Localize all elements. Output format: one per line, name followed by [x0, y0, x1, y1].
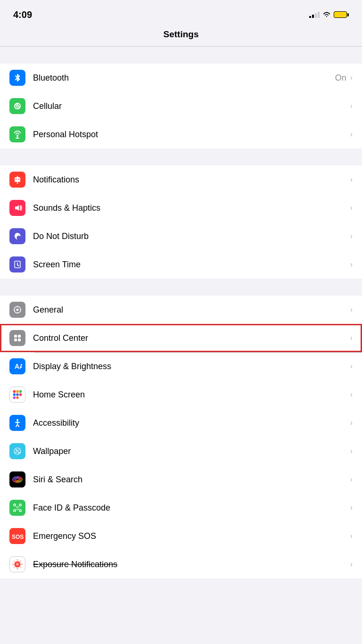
section-system2: General › Control Center › AA Display & … — [0, 296, 362, 578]
settings-row-general[interactable]: General › — [0, 296, 362, 324]
display-icon: AA — [9, 358, 25, 374]
bluetooth-label: Bluetooth — [33, 73, 335, 83]
faceid-chevron: › — [350, 504, 353, 512]
svg-point-7 — [17, 176, 18, 178]
svg-marker-11 — [15, 205, 19, 211]
svg-rect-6 — [15, 177, 20, 182]
svg-point-33 — [13, 396, 16, 399]
section-gap-top — [0, 47, 362, 64]
svg-point-67 — [14, 561, 15, 562]
dnd-icon — [9, 228, 25, 244]
settings-row-cellular[interactable]: Cellular › — [0, 92, 362, 120]
controlcenter-chevron: › — [350, 334, 353, 342]
status-time: 4:09 — [13, 9, 32, 20]
screentime-chevron: › — [350, 260, 353, 269]
cellular-chevron: › — [350, 102, 353, 110]
bluetooth-chevron: › — [350, 74, 353, 82]
svg-point-65 — [12, 564, 14, 565]
svg-rect-23 — [14, 339, 17, 341]
settings-row-hotspot[interactable]: Personal Hotspot › — [0, 120, 362, 149]
svg-point-9 — [16, 179, 16, 180]
svg-point-43 — [15, 452, 17, 454]
settings-row-sos[interactable]: SOS Emergency SOS › — [0, 522, 362, 550]
exposure-chevron: › — [350, 560, 353, 569]
settings-row-dnd[interactable]: Do Not Disturb › — [0, 222, 362, 250]
wallpaper-icon — [9, 443, 25, 459]
svg-rect-24 — [18, 339, 21, 341]
sounds-icon — [9, 200, 25, 216]
display-chevron: › — [350, 362, 353, 371]
bluetooth-icon — [9, 70, 25, 86]
homescreen-chevron: › — [350, 390, 353, 399]
svg-rect-52 — [14, 510, 16, 512]
svg-point-45 — [17, 451, 18, 452]
svg-rect-51 — [19, 504, 21, 506]
status-bar: 4:09 ⚡ — [0, 0, 362, 25]
sounds-chevron: › — [350, 204, 353, 212]
settings-row-notifications[interactable]: Notifications › — [0, 165, 362, 194]
settings-row-faceid[interactable]: Face ID & Passcode › — [0, 494, 362, 522]
settings-row-exposure[interactable]: Exposure Notifications › — [0, 550, 362, 578]
settings-row-bluetooth[interactable]: Bluetooth On › — [0, 64, 362, 92]
svg-rect-21 — [14, 335, 17, 338]
notifications-chevron: › — [350, 175, 353, 184]
svg-point-55 — [18, 507, 19, 508]
notifications-icon — [9, 172, 25, 188]
nav-header: Settings — [0, 25, 362, 47]
settings-row-screentime[interactable]: Screen Time › — [0, 250, 362, 279]
siri-label: Siri & Search — [33, 475, 350, 485]
section-gap-2 — [0, 279, 362, 296]
homescreen-label: Home Screen — [33, 390, 350, 400]
wallpaper-chevron: › — [350, 447, 353, 455]
svg-point-8 — [17, 182, 18, 184]
dnd-label: Do Not Disturb — [33, 231, 350, 241]
svg-text:AA: AA — [15, 363, 22, 370]
signal-icon — [309, 11, 320, 18]
svg-line-14 — [17, 265, 19, 266]
svg-point-16 — [16, 309, 19, 311]
settings-row-sounds[interactable]: Sounds & Haptics › — [0, 194, 362, 222]
svg-point-69 — [14, 567, 15, 568]
wallpaper-label: Wallpaper — [33, 446, 350, 456]
section-gap-1 — [0, 149, 362, 165]
sounds-label: Sounds & Haptics — [33, 203, 350, 213]
settings-row-controlcenter[interactable]: Control Center › — [0, 324, 362, 352]
svg-point-64 — [17, 568, 18, 570]
svg-point-28 — [16, 390, 19, 393]
settings-row-siri[interactable]: Siri & Search › — [0, 465, 362, 494]
section-connectivity: Bluetooth On › Cellular › Pe — [0, 64, 362, 149]
hotspot-label: Personal Hotspot — [33, 130, 350, 140]
svg-point-10 — [18, 179, 19, 180]
svg-line-39 — [17, 424, 19, 427]
battery-icon: ⚡ — [334, 11, 349, 18]
page-title: Settings — [164, 29, 199, 39]
svg-point-29 — [19, 390, 22, 393]
general-label: General — [33, 305, 350, 315]
svg-point-30 — [13, 393, 16, 396]
screentime-icon — [9, 256, 25, 272]
svg-point-44 — [18, 452, 20, 454]
faceid-icon — [9, 500, 25, 516]
svg-point-66 — [21, 564, 23, 565]
sos-chevron: › — [350, 532, 353, 540]
svg-point-68 — [20, 561, 21, 562]
svg-rect-50 — [14, 504, 16, 506]
svg-point-34 — [16, 396, 19, 399]
svg-rect-53 — [19, 510, 21, 512]
hotspot-icon — [9, 126, 25, 142]
accessibility-label: Accessibility — [33, 418, 350, 428]
svg-point-54 — [16, 507, 17, 508]
settings-row-wallpaper[interactable]: Wallpaper › — [0, 437, 362, 465]
exposure-icon — [9, 556, 25, 572]
settings-row-homescreen[interactable]: Home Screen › — [0, 380, 362, 409]
bluetooth-value: On — [335, 73, 346, 83]
wifi-icon — [322, 11, 331, 18]
siri-icon — [9, 471, 25, 487]
settings-row-accessibility[interactable]: Accessibility › — [0, 409, 362, 437]
screentime-label: Screen Time — [33, 260, 350, 270]
sos-icon: SOS — [9, 528, 25, 544]
svg-rect-46 — [9, 471, 25, 487]
dnd-chevron: › — [350, 232, 353, 240]
controlcenter-label: Control Center — [33, 333, 350, 343]
settings-row-display[interactable]: AA Display & Brightness › — [0, 352, 362, 380]
